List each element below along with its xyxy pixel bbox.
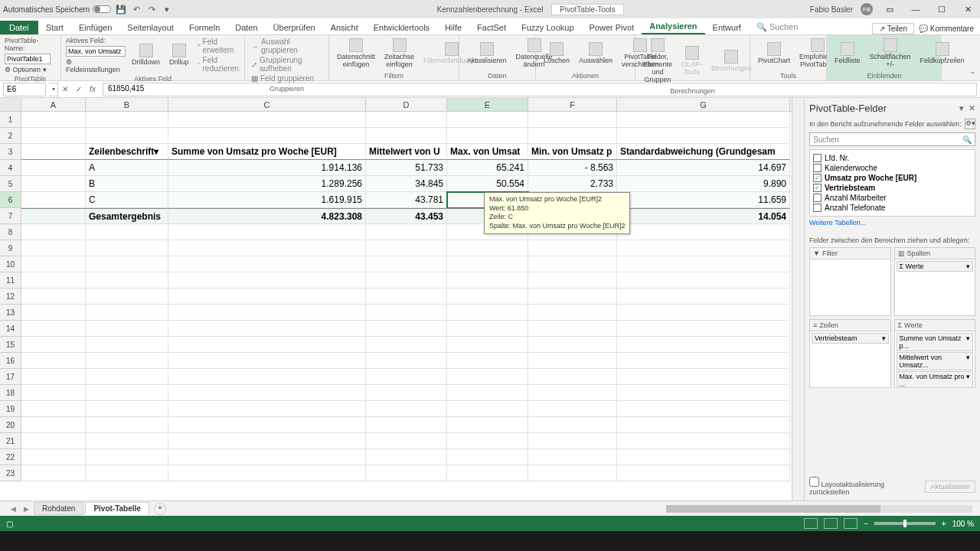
row-header[interactable]: 4 <box>0 160 21 176</box>
zoom-level[interactable]: 100 % <box>952 520 974 528</box>
tab-fuzzy[interactable]: Fuzzy Lookup <box>514 21 581 34</box>
row-header[interactable]: 16 <box>0 353 21 369</box>
user-avatar[interactable]: FB <box>861 3 873 15</box>
field-item[interactable]: Anzahl Telefonate <box>813 203 972 213</box>
pivot-max-header[interactable]: Max. von Umsat <box>447 144 528 160</box>
filter-area[interactable]: ▼Filter <box>809 247 891 316</box>
pivot-total-cell[interactable]: 43.453 <box>366 208 447 224</box>
pivot-total-cell[interactable]: 4.823.308 <box>168 208 366 224</box>
pivot-cell[interactable]: C <box>86 192 168 208</box>
row-header[interactable]: 14 <box>0 321 21 337</box>
more-tables-link[interactable]: Weitere Tabellen... <box>809 217 975 229</box>
ungroup-button[interactable]: ⤢ Gruppierung aufheben <box>250 55 324 73</box>
row-header[interactable]: 17 <box>0 369 21 385</box>
tab-formulas[interactable]: Formeln <box>181 21 227 34</box>
expand-field-button[interactable]: ⁺ Feld erweitern <box>195 37 240 55</box>
area-item[interactable]: Max. von Umsatz pro ...▾ <box>897 371 974 387</box>
pivot-row-label-header[interactable]: Zeilenbeschrift ▾ <box>86 144 168 160</box>
pivot-std-header[interactable]: Standardabweichung (Grundgesam <box>617 144 790 160</box>
field-pane-close-icon[interactable]: ✕ <box>969 103 975 113</box>
undo-icon[interactable]: ↶ <box>131 4 142 15</box>
pivot-cell[interactable]: 43.781 <box>366 192 447 208</box>
buttons-button[interactable]: Schaltflächen +/- <box>867 37 914 70</box>
row-header[interactable]: 20 <box>0 417 21 433</box>
row-header[interactable]: 2 <box>0 128 21 144</box>
reduce-field-button[interactable]: ⁻ Feld reduzieren <box>195 55 240 73</box>
pivot-name-input[interactable] <box>5 54 51 64</box>
row-header[interactable]: 11 <box>0 272 21 289</box>
pivot-cell[interactable]: A <box>86 160 168 176</box>
pivot-cell[interactable]: 34.845 <box>366 176 447 192</box>
pivot-sum-header[interactable]: Summe von Umsatz pro Woche [EUR] <box>168 144 366 160</box>
ribbon-mode-icon[interactable]: ▭ <box>880 2 899 17</box>
area-item[interactable]: Mittelwert von Umsatz...▾ <box>897 352 974 370</box>
toggle-icon[interactable] <box>93 5 111 13</box>
row-header[interactable]: 18 <box>0 385 21 401</box>
share-button[interactable]: ↗ Teilen <box>872 23 914 34</box>
pivot-cell[interactable]: 1.289.256 <box>168 176 366 192</box>
update-button[interactable]: Aktualisieren <box>925 481 975 493</box>
fx-icon[interactable]: fx <box>86 85 100 93</box>
col-header-b[interactable]: B <box>86 98 168 111</box>
add-sheet-button[interactable]: + <box>154 503 166 515</box>
tab-review[interactable]: Überprüfen <box>266 21 323 34</box>
tab-file[interactable]: Datei <box>0 21 38 34</box>
pivot-avg-header[interactable]: Mittelwert von U <box>366 144 447 160</box>
accept-formula-icon[interactable]: ✓ <box>72 85 86 93</box>
area-item[interactable]: Summe von Umsatz p...▾ <box>897 333 974 351</box>
pivot-cell[interactable]: 14.697 <box>617 160 790 176</box>
normal-view-icon[interactable] <box>804 518 818 529</box>
tab-view[interactable]: Ansicht <box>323 21 366 34</box>
field-item[interactable]: Lfd. Nr. <box>813 153 972 163</box>
tab-analyze[interactable]: Analysieren <box>642 19 704 34</box>
field-pane-dropdown-icon[interactable]: ▾ <box>959 103 964 113</box>
col-header-g[interactable]: G <box>617 98 790 111</box>
row-header[interactable]: 19 <box>0 401 21 417</box>
group-selection-button[interactable]: → Auswahl gruppieren <box>250 37 324 55</box>
pivot-cell[interactable]: 65.241 <box>447 160 528 176</box>
field-search-input[interactable]: Suchen 🔍 <box>809 132 975 146</box>
active-field-input[interactable] <box>66 46 126 57</box>
field-list[interactable]: Lfd. Nr. Kalenderwoche Umsatz pro Woche … <box>809 149 975 217</box>
zoom-out-icon[interactable]: − <box>864 520 868 528</box>
clear-button[interactable]: Löschen <box>541 37 573 70</box>
headers-button[interactable]: Feldkopfzeilen <box>917 37 968 70</box>
formula-input[interactable]: 61850,415 <box>103 83 977 96</box>
timeline-button[interactable]: Zeitachse einfügen <box>381 37 417 70</box>
pivot-cell[interactable]: 50.554 <box>447 176 528 192</box>
fields-items-button[interactable]: Felder, Elemente und Gruppen <box>640 37 675 86</box>
field-item[interactable]: Umsatz pro Woche [EUR] <box>813 173 972 183</box>
fieldlist-button[interactable]: Feldliste <box>831 37 864 70</box>
row-header[interactable]: 6 <box>0 192 21 208</box>
sheet-tab-rohdaten[interactable]: Rohdaten <box>34 502 83 515</box>
values-area[interactable]: ΣWerte Summe von Umsatz p...▾ Mittelwert… <box>894 319 976 388</box>
options-button[interactable]: ⚙ Optionen ▾ <box>5 66 56 73</box>
comments-button[interactable]: 💬 Kommentare <box>919 24 974 33</box>
save-icon[interactable]: 💾 <box>116 4 126 15</box>
row-header[interactable]: 12 <box>0 289 21 305</box>
pivot-cell[interactable]: 2.733 <box>528 176 617 192</box>
columns-area[interactable]: ▥Spalten Σ Werte▾ <box>894 247 976 316</box>
olap-button[interactable]: OLAP-Tools <box>678 37 705 86</box>
tab-data[interactable]: Daten <box>227 21 265 34</box>
row-header[interactable]: 23 <box>0 465 21 481</box>
qat-dropdown-icon[interactable]: ▾ <box>162 4 172 15</box>
gear-icon[interactable]: ⚙▾ <box>965 119 975 129</box>
pivot-cell[interactable]: 51.733 <box>366 160 447 176</box>
sheet-nav-prev-icon[interactable]: ◀ <box>8 505 19 513</box>
group-field-button[interactable]: ▦ Feld gruppieren <box>250 73 324 83</box>
name-box-dropdown-icon[interactable]: ▾ <box>49 83 58 96</box>
worksheet-grid[interactable]: A B C D E F G 1 2 3 Zeilenbeschrift ▾ Su… <box>0 98 792 500</box>
pivot-total-cell[interactable]: 14.054 <box>617 208 790 224</box>
cancel-formula-icon[interactable]: ✕ <box>58 85 72 93</box>
row-header[interactable]: 21 <box>0 433 21 449</box>
sheet-nav-next-icon[interactable]: ▶ <box>21 505 32 513</box>
pivot-min-header[interactable]: Min. von Umsatz p <box>528 144 617 160</box>
tab-design[interactable]: Entwurf <box>705 21 749 34</box>
pivot-cell[interactable]: 11.659 <box>617 192 790 208</box>
zoom-in-icon[interactable]: + <box>942 520 946 528</box>
pivot-total-label[interactable]: Gesamtergebnis <box>86 208 168 224</box>
tab-home[interactable]: Start <box>38 21 71 34</box>
row-header[interactable]: 8 <box>0 224 21 240</box>
tab-layout[interactable]: Seitenlayout <box>119 21 181 34</box>
